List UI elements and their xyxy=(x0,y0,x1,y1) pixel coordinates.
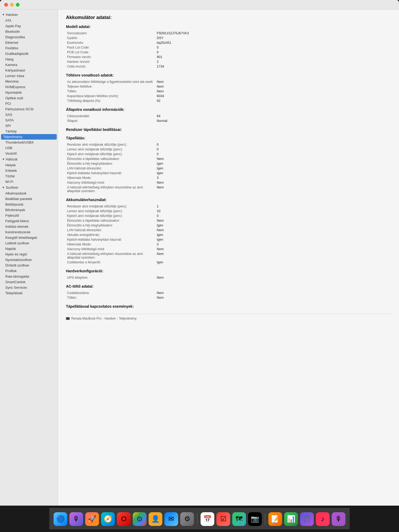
sidebar-item-fejleszt-[interactable]: Fejlesztő xyxy=(0,213,58,218)
sidebar-item-fel-gyelt-kliens[interactable]: Felügyelt kliens xyxy=(0,218,58,224)
table-row: Lemez alvó módjának időzítője (perc):0 xyxy=(66,147,391,152)
info-table-6: UPS telepítve:Nem xyxy=(66,275,391,280)
sidebar-item-mem-ria[interactable]: Memória xyxy=(0,79,58,84)
row-label: Hibernate Mode: xyxy=(66,242,156,247)
sidebar-section-hardver[interactable]: ▼Hardver xyxy=(0,12,58,18)
sidebar-item-be-ll-t-si-panelek[interactable]: Beállítási panelek xyxy=(0,196,58,202)
dock-item-pages[interactable]: 📝 xyxy=(268,512,282,526)
sidebar-item-teljes-tm-ny[interactable]: Teljesítmény xyxy=(1,134,57,140)
sidebar-item-diagnosztika[interactable]: Diagnosztika xyxy=(0,34,58,40)
sidebar-item-firewire[interactable]: FireWire xyxy=(0,45,58,51)
row-value: Nem xyxy=(156,89,391,94)
sidebar-item-helyek[interactable]: Helyek xyxy=(0,162,58,168)
dock-item-mail[interactable]: ✉ xyxy=(164,512,178,526)
sidebar-item-lemez--r-sa[interactable]: Lemez írása xyxy=(0,73,58,79)
sidebar-item-sync-services[interactable]: Sync Services xyxy=(0,285,58,290)
sidebar-item-hang[interactable]: Hang xyxy=(0,56,58,62)
sidebar-item-usb[interactable]: USB xyxy=(0,145,58,151)
close-button[interactable] xyxy=(4,3,8,7)
maximize-button[interactable] xyxy=(16,3,20,7)
sidebar-item-raw-t-mogat-s[interactable]: Raw-támogatás xyxy=(0,274,58,279)
sidebar-item-optikai-sz-l[interactable]: Optikai szál xyxy=(0,95,58,101)
sidebar-item-vez-rl-[interactable]: Vezérlő xyxy=(0,151,58,156)
sidebar[interactable]: ▼HardverATAApple PayBluetoothDiagnosztik… xyxy=(0,10,58,506)
sidebar-item-thunderbolt-usb4[interactable]: Thunderbolt/USB4 xyxy=(0,140,58,145)
sidebar-item-kamera[interactable]: Kamera xyxy=(0,62,58,68)
sidebar-item-kiseg-t--lehet-s-gek[interactable]: Kisegítő lehetőségek xyxy=(0,235,58,240)
sidebar-item-grafika-kijelz-k[interactable]: Grafika/kijelzők xyxy=(0,51,58,56)
sidebar-item-smartcardok[interactable]: SmartCardok xyxy=(0,279,58,285)
table-row: Hibernate Mode:3 xyxy=(66,242,391,247)
dock-item-podcasts[interactable]: 🎙 xyxy=(332,512,345,526)
sidebar-item--r-k-lt-szoftver[interactable]: Örökölt szoftver xyxy=(0,263,58,268)
dock-item-photos[interactable]: 📷 xyxy=(248,512,262,526)
sidebar-item-k-rtyaolvas-[interactable]: Kártyaolvasó xyxy=(0,68,58,73)
table-row: Kijelző alvó módjának időzítője (perc):0 xyxy=(66,152,391,156)
dock-item-reminders[interactable]: ☑ xyxy=(216,512,230,526)
row-value: 2 xyxy=(156,59,391,64)
sidebar-item-profilok[interactable]: Profilok xyxy=(0,268,58,274)
row-value: 6034 xyxy=(156,94,391,98)
sidebar-item-ethernet[interactable]: Ethernet xyxy=(0,40,58,45)
dock-item-chrome[interactable]: ⊙ xyxy=(133,512,146,526)
row-label: Gyártó: xyxy=(66,36,156,40)
row-value: 10 xyxy=(156,209,391,213)
minimize-button[interactable] xyxy=(10,3,14,7)
sidebar-item-telep-t-sek[interactable]: Telepítések xyxy=(0,290,58,296)
row-label: Pack Lot Code: xyxy=(66,45,156,50)
sidebar-item-ind-t-si-elemek[interactable]: Indítási elemek xyxy=(0,224,58,229)
dock-item-maps[interactable]: 🗺 xyxy=(232,512,246,526)
sidebar-item-t-rhely[interactable]: Tárhely xyxy=(0,129,58,134)
sidebar-item-nvmexpress[interactable]: NVMExpress xyxy=(0,84,58,90)
section-title-6: Hardverkonfiguráció: xyxy=(66,269,391,273)
row-label: Cella revízió: xyxy=(66,64,156,69)
sidebar-item-sata[interactable]: SATA xyxy=(0,117,58,123)
dock-item-safari[interactable]: 🧭 xyxy=(101,512,115,526)
sidebar-item-ata[interactable]: ATA xyxy=(0,18,58,23)
dock-item-finder[interactable]: 🔵 xyxy=(54,512,67,526)
dock-item-calendar[interactable]: 📅 xyxy=(201,512,214,526)
dock-item-music[interactable]: ♪ xyxy=(316,512,330,526)
sidebar-item-alkalmaz-sok[interactable]: Alkalmazások xyxy=(0,191,58,196)
window-body: ▼HardverATAApple PayBluetoothDiagnosztik… xyxy=(0,10,399,506)
dock-item-numbers[interactable]: 📊 xyxy=(284,512,298,526)
sidebar-item-spi[interactable]: SPI xyxy=(0,123,58,129)
dock-item-contacts[interactable]: 👤 xyxy=(149,512,162,526)
sidebar-item-nyelv--s-r-gi-[interactable]: Nyelv és régió xyxy=(0,251,58,257)
section-arrow: ▼ xyxy=(2,186,5,189)
sidebar-item-sas[interactable]: SAS xyxy=(0,112,58,117)
sidebar-item-bet-t-pusok[interactable]: Betűtípusok xyxy=(0,202,58,207)
sidebar-item-apple-pay[interactable]: Apple Pay xyxy=(0,23,58,29)
dock-item-launchpad[interactable]: 🚀 xyxy=(85,512,99,526)
row-label: Az akkumulátor töltöttsége a figyelmezte… xyxy=(66,79,156,84)
info-table-5: Rendszer alvó módjának időzítője (perc):… xyxy=(66,204,391,265)
sidebar-item-p-rhuzamos-scsi[interactable]: Párhuzamos SCSI xyxy=(0,106,58,112)
dock-item-system-preferences[interactable]: ⚙ xyxy=(180,512,194,526)
sidebar-item-k-tetek[interactable]: Kötetek xyxy=(0,168,58,173)
sidebar-item-napl-k[interactable]: Naplók xyxy=(0,246,58,251)
row-label: Töltöttség állapota (%): xyxy=(66,98,156,103)
sidebar-item-letiltott-szoftver[interactable]: Letiltott szoftver xyxy=(0,240,58,246)
row-label: Alacsony töltöttségű mód: xyxy=(66,247,156,251)
sidebar-section-szoftver[interactable]: ▼Szoftver xyxy=(0,184,58,191)
dock-item-siri[interactable]: 🎙 xyxy=(69,512,83,526)
sidebar-item-wi-fi[interactable]: Wi-Fi xyxy=(0,179,58,184)
sidebar-item-nyomtat-szoftver[interactable]: Nyomtatószoftver xyxy=(0,257,58,263)
row-label: Teljesen feltöltve: xyxy=(66,84,156,89)
row-value: Nem xyxy=(156,180,391,185)
sidebar-item-b-v-tm-nyek[interactable]: Bővítmények xyxy=(0,207,58,213)
sidebar-item-nyomtat-k[interactable]: Nyomtatók xyxy=(0,90,58,95)
info-table-4: Rendszer alvó módjának időzítője (perc):… xyxy=(66,142,391,193)
sidebar-item-keretrendszerek[interactable]: Keretrendszerek xyxy=(0,229,58,235)
dock-item-opera[interactable]: O xyxy=(117,512,131,526)
row-value: Nem xyxy=(156,251,391,260)
dock-item-bluetooth[interactable]: 🎵 xyxy=(300,512,314,526)
breadcrumb: Renata MacBook Pro›Hardver›Teljesítmény xyxy=(66,314,391,320)
sidebar-item-t-zfal[interactable]: Tűzfal xyxy=(0,173,58,179)
table-row: LAN hálózati ébresztés:Igen xyxy=(66,166,391,171)
sidebar-section-hálózat[interactable]: ▼Hálózat xyxy=(0,156,58,162)
sidebar-item-bluetooth[interactable]: Bluetooth xyxy=(0,29,58,34)
row-label: Hibernate Mode: xyxy=(66,175,156,180)
row-label: Állapot: xyxy=(66,118,156,123)
sidebar-item-pci[interactable]: PCI xyxy=(0,101,58,106)
